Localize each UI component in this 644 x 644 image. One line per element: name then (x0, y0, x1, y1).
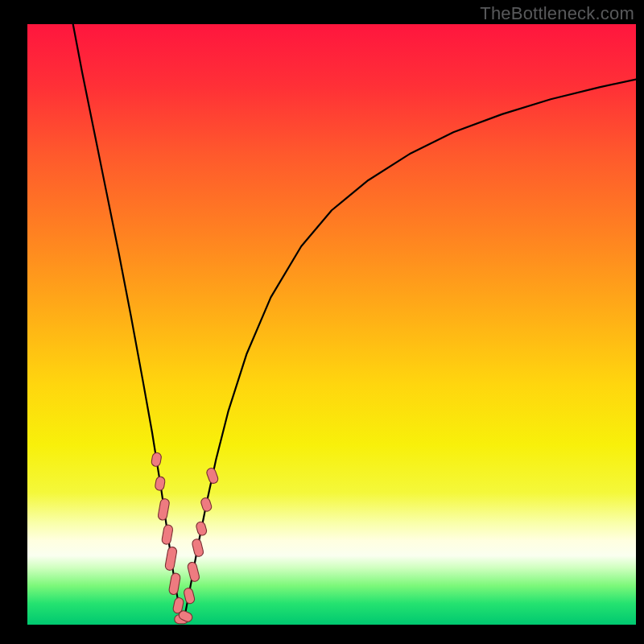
watermark-label: TheBottleneck.com (480, 3, 634, 24)
gradient-background (27, 24, 636, 625)
plot-svg (27, 24, 636, 625)
plot-area (27, 24, 636, 625)
